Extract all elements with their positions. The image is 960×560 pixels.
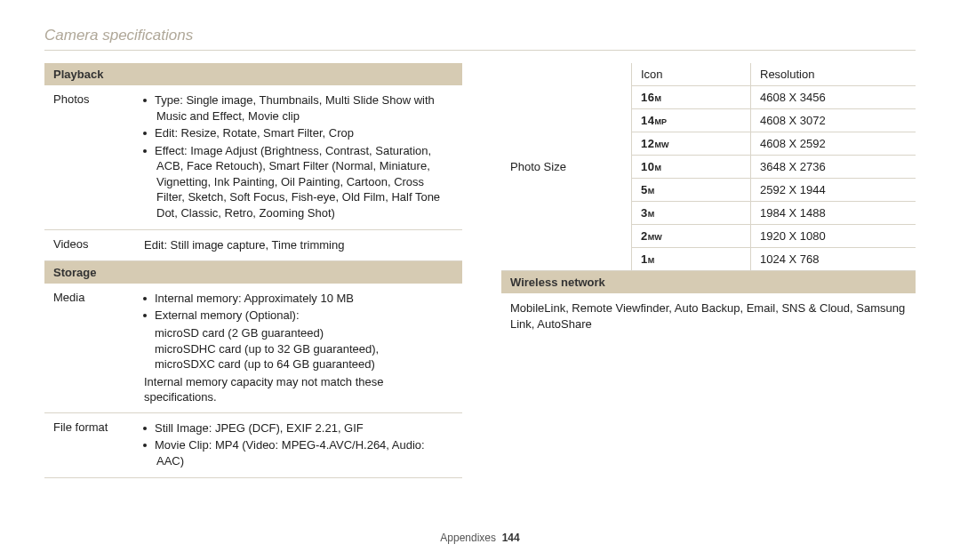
spec-row-videos: Videos Edit: Still image capture, Time t…	[44, 230, 462, 261]
table-row: 10M 3648 X 2736	[631, 156, 916, 179]
subline: microSD card (2 GB guaranteed)	[144, 325, 453, 341]
right-column: Photo Size Icon Resolution 16M 4608 X 34…	[501, 63, 916, 478]
spec-label: File format	[53, 420, 144, 434]
resolution-value: 2592 X 1944	[751, 179, 916, 201]
table-row: 5M 2592 X 1944	[631, 179, 916, 202]
page-footer: Appendixes 144	[0, 532, 960, 544]
spec-label: Videos	[53, 237, 144, 251]
resolution-value: 4608 X 3456	[751, 86, 916, 108]
size-icon: 10M	[631, 156, 751, 178]
col-header-resolution: Resolution	[751, 63, 916, 85]
size-icon: 3M	[631, 202, 751, 224]
columns: Playback Photos Type: Single image, Thum…	[44, 63, 916, 478]
wireless-text: MobileLink, Remote Viewfinder, Auto Back…	[501, 293, 916, 339]
spec-value: Type: Single image, Thumbnails, Multi Sl…	[144, 92, 453, 222]
size-icon: 16M	[631, 86, 751, 108]
spec-value: Still Image: JPEG (DCF), EXIF 2.21, GIF …	[144, 420, 453, 471]
photo-size-block: Photo Size Icon Resolution 16M 4608 X 34…	[501, 63, 916, 271]
bullet: Still Image: JPEG (DCF), EXIF 2.21, GIF	[156, 420, 453, 436]
bullet: Movie Clip: MP4 (Video: MPEG-4.AVC/H.264…	[156, 437, 453, 468]
page-title: Camera specifications	[44, 27, 916, 44]
table-row: 14MP 4608 X 3072	[631, 109, 916, 132]
col-header-icon: Icon	[631, 63, 751, 85]
resolution-value: 1984 X 1488	[751, 202, 916, 224]
section-header-wireless: Wireless network	[501, 271, 916, 293]
resolution-value: 1024 X 768	[751, 248, 916, 270]
resolution-value: 3648 X 2736	[751, 156, 916, 178]
table-row: 2MW 1920 X 1080	[631, 225, 916, 248]
spec-label: Photo Size	[501, 63, 631, 270]
size-icon: 1M	[631, 248, 751, 270]
spec-row-media: Media Internal memory: Approximately 10 …	[44, 284, 462, 413]
subline: microSDHC card (up to 32 GB guaranteed),	[144, 341, 453, 357]
spec-row-photos: Photos Type: Single image, Thumbnails, M…	[44, 85, 462, 230]
note: Internal memory capacity may not match t…	[144, 374, 453, 405]
bullet: Effect: Image Adjust (Brightness, Contra…	[156, 143, 453, 221]
bullet: Internal memory: Approximately 10 MB	[156, 291, 453, 307]
divider	[44, 50, 916, 51]
bullet: External memory (Optional):	[156, 308, 453, 324]
size-icon: 5M	[631, 179, 751, 201]
table-row: 3M 1984 X 1488	[631, 202, 916, 225]
bullet: Edit: Resize, Rotate, Smart Filter, Crop	[156, 125, 453, 141]
spec-label: Media	[53, 291, 144, 304]
resolution-value: 4608 X 2592	[751, 132, 916, 155]
spec-value: Edit: Still image capture, Time trimming	[144, 237, 453, 253]
spec-label: Photos	[53, 92, 144, 106]
resolution-value: 4608 X 3072	[751, 109, 916, 132]
resolution-value: 1920 X 1080	[751, 225, 916, 247]
table-row: 1M 1024 X 768	[631, 248, 916, 270]
footer-section: Appendixes	[440, 532, 496, 544]
table-row: 12MW 4608 X 2592	[631, 132, 916, 156]
bullet: Type: Single image, Thumbnails, Multi Sl…	[156, 92, 453, 124]
table-row: 16M 4608 X 3456	[631, 86, 916, 109]
spec-value: Internal memory: Approximately 10 MB Ext…	[144, 291, 453, 405]
table-header-row: Icon Resolution	[631, 63, 916, 86]
size-icon: 14MP	[631, 109, 751, 132]
section-header-storage: Storage	[44, 261, 462, 284]
page-number: 144	[502, 532, 520, 544]
size-icon: 12MW	[631, 132, 751, 155]
section-header-playback: Playback	[44, 63, 462, 85]
left-column: Playback Photos Type: Single image, Thum…	[44, 63, 462, 478]
subline: microSDXC card (up to 64 GB guaranteed)	[144, 356, 453, 372]
spec-row-fileformat: File format Still Image: JPEG (DCF), EXI…	[44, 413, 462, 479]
resolution-table: Icon Resolution 16M 4608 X 3456 14MP 460…	[631, 63, 916, 270]
page-body: Camera specifications Playback Photos Ty…	[0, 0, 960, 496]
size-icon: 2MW	[631, 225, 751, 247]
